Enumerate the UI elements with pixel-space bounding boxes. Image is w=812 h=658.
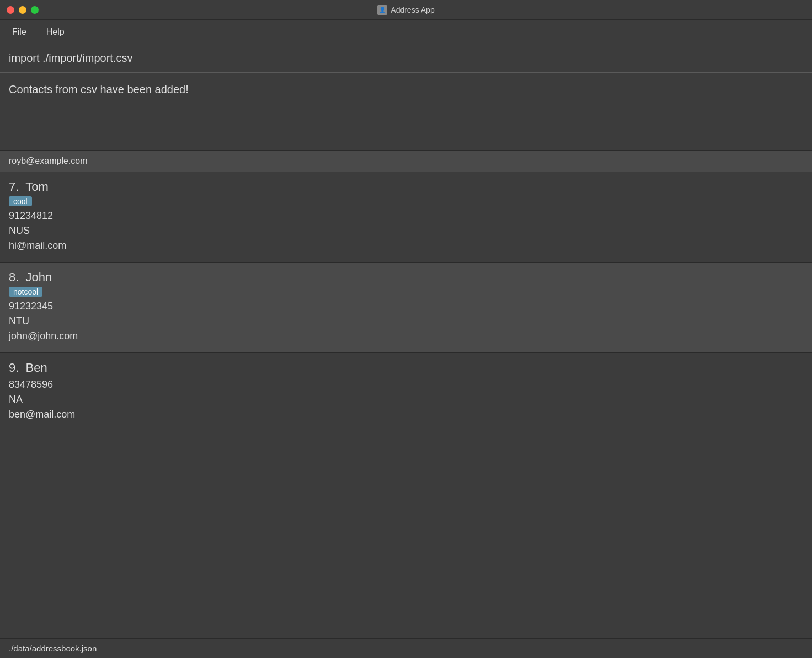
- output-message: Contacts from csv have been added!: [9, 83, 189, 95]
- command-input[interactable]: [9, 52, 803, 65]
- list-item[interactable]: 8. John notcool 91232345 NTU john@john.c…: [0, 263, 812, 353]
- output-area: Contacts from csv have been added!: [0, 73, 812, 151]
- contact-email: hi@mail.com: [9, 238, 803, 253]
- contact-phone: 91234812: [9, 208, 803, 223]
- contact-prev-email: royb@example.com: [9, 156, 88, 165]
- contact-address: NA: [9, 392, 803, 407]
- contact-address: NTU: [9, 314, 803, 329]
- title-bar-content: 👤 Address App: [377, 5, 434, 15]
- contact-name: 9. Ben: [9, 361, 803, 375]
- title-bar: 👤 Address App: [0, 0, 812, 20]
- status-text: ./data/addressbook.json: [9, 644, 97, 653]
- contact-phone: 83478596: [9, 377, 803, 392]
- contact-tag: notcool: [9, 287, 42, 297]
- contact-name: 8. John: [9, 270, 803, 285]
- traffic-lights: [7, 6, 39, 14]
- maximize-button[interactable]: [31, 6, 39, 14]
- app-icon: 👤: [377, 5, 387, 15]
- contact-phone: 91232345: [9, 299, 803, 314]
- contact-address: NUS: [9, 223, 803, 238]
- contact-email: ben@mail.com: [9, 407, 803, 422]
- menu-help[interactable]: Help: [43, 25, 68, 39]
- list-item[interactable]: 9. Ben 83478596 NA ben@mail.com: [0, 353, 812, 431]
- close-button[interactable]: [7, 6, 14, 14]
- menu-bar: File Help: [0, 20, 812, 44]
- minimize-button[interactable]: [19, 6, 26, 14]
- contact-tag: cool: [9, 196, 32, 206]
- contact-name: 7. Tom: [9, 180, 803, 194]
- list-item[interactable]: 7. Tom cool 91234812 NUS hi@mail.com: [0, 172, 812, 263]
- contact-email: john@john.com: [9, 329, 803, 344]
- app-title: Address App: [391, 6, 434, 14]
- status-bar: ./data/addressbook.json: [0, 638, 812, 658]
- contact-list[interactable]: royb@example.com 7. Tom cool 91234812 NU…: [0, 151, 812, 638]
- menu-file[interactable]: File: [9, 25, 30, 39]
- command-area: [0, 44, 812, 73]
- contact-prev-item[interactable]: royb@example.com: [0, 151, 812, 172]
